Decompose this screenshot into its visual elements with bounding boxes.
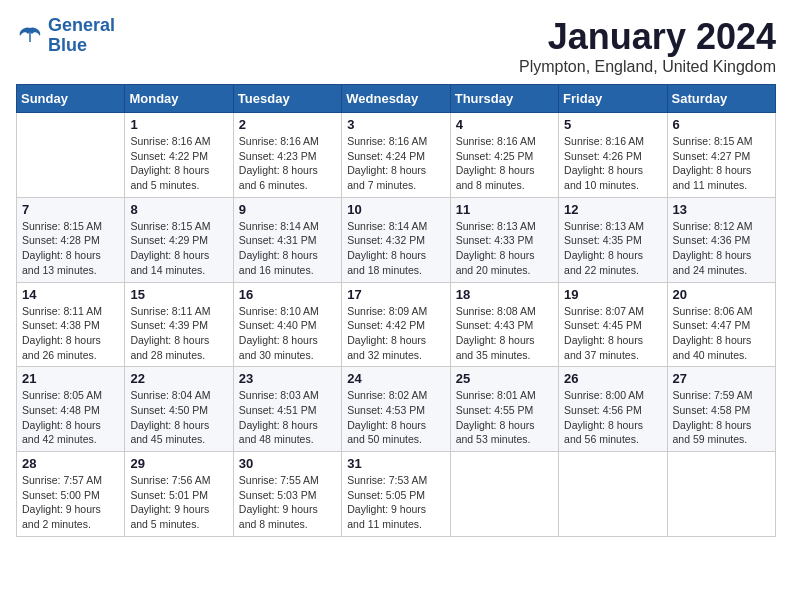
calendar-day-cell: 26Sunrise: 8:00 AMSunset: 4:56 PMDayligh… [559, 367, 667, 452]
day-number: 2 [239, 117, 336, 132]
calendar-day-cell: 17Sunrise: 8:09 AMSunset: 4:42 PMDayligh… [342, 282, 450, 367]
day-detail: Sunrise: 8:04 AMSunset: 4:50 PMDaylight:… [130, 388, 227, 447]
logo: General Blue [16, 16, 115, 56]
calendar-day-cell: 6Sunrise: 8:15 AMSunset: 4:27 PMDaylight… [667, 113, 775, 198]
calendar-day-cell: 19Sunrise: 8:07 AMSunset: 4:45 PMDayligh… [559, 282, 667, 367]
logo-icon [16, 24, 44, 48]
day-detail: Sunrise: 7:57 AMSunset: 5:00 PMDaylight:… [22, 473, 119, 532]
calendar-week-row: 1Sunrise: 8:16 AMSunset: 4:22 PMDaylight… [17, 113, 776, 198]
weekday-header-cell: Wednesday [342, 85, 450, 113]
calendar-day-cell: 20Sunrise: 8:06 AMSunset: 4:47 PMDayligh… [667, 282, 775, 367]
calendar-day-cell: 5Sunrise: 8:16 AMSunset: 4:26 PMDaylight… [559, 113, 667, 198]
calendar-day-cell: 18Sunrise: 8:08 AMSunset: 4:43 PMDayligh… [450, 282, 558, 367]
day-number: 27 [673, 371, 770, 386]
calendar-day-cell [450, 452, 558, 537]
weekday-header-cell: Saturday [667, 85, 775, 113]
calendar-day-cell: 27Sunrise: 7:59 AMSunset: 4:58 PMDayligh… [667, 367, 775, 452]
calendar-day-cell: 12Sunrise: 8:13 AMSunset: 4:35 PMDayligh… [559, 197, 667, 282]
day-detail: Sunrise: 8:00 AMSunset: 4:56 PMDaylight:… [564, 388, 661, 447]
day-detail: Sunrise: 8:13 AMSunset: 4:33 PMDaylight:… [456, 219, 553, 278]
calendar-day-cell: 3Sunrise: 8:16 AMSunset: 4:24 PMDaylight… [342, 113, 450, 198]
day-number: 16 [239, 287, 336, 302]
day-number: 4 [456, 117, 553, 132]
calendar-day-cell: 14Sunrise: 8:11 AMSunset: 4:38 PMDayligh… [17, 282, 125, 367]
day-detail: Sunrise: 8:15 AMSunset: 4:29 PMDaylight:… [130, 219, 227, 278]
calendar-day-cell: 4Sunrise: 8:16 AMSunset: 4:25 PMDaylight… [450, 113, 558, 198]
day-detail: Sunrise: 8:13 AMSunset: 4:35 PMDaylight:… [564, 219, 661, 278]
location-title: Plympton, England, United Kingdom [519, 58, 776, 76]
calendar-day-cell: 31Sunrise: 7:53 AMSunset: 5:05 PMDayligh… [342, 452, 450, 537]
calendar-day-cell: 11Sunrise: 8:13 AMSunset: 4:33 PMDayligh… [450, 197, 558, 282]
weekday-header-row: SundayMondayTuesdayWednesdayThursdayFrid… [17, 85, 776, 113]
weekday-header-cell: Thursday [450, 85, 558, 113]
calendar-day-cell: 7Sunrise: 8:15 AMSunset: 4:28 PMDaylight… [17, 197, 125, 282]
day-detail: Sunrise: 8:07 AMSunset: 4:45 PMDaylight:… [564, 304, 661, 363]
day-number: 5 [564, 117, 661, 132]
day-detail: Sunrise: 8:10 AMSunset: 4:40 PMDaylight:… [239, 304, 336, 363]
day-detail: Sunrise: 8:15 AMSunset: 4:27 PMDaylight:… [673, 134, 770, 193]
day-detail: Sunrise: 8:03 AMSunset: 4:51 PMDaylight:… [239, 388, 336, 447]
month-title: January 2024 [519, 16, 776, 58]
day-detail: Sunrise: 8:14 AMSunset: 4:31 PMDaylight:… [239, 219, 336, 278]
calendar-day-cell: 30Sunrise: 7:55 AMSunset: 5:03 PMDayligh… [233, 452, 341, 537]
page-header: General Blue January 2024 Plympton, Engl… [16, 16, 776, 76]
day-number: 8 [130, 202, 227, 217]
calendar-day-cell: 1Sunrise: 8:16 AMSunset: 4:22 PMDaylight… [125, 113, 233, 198]
day-number: 29 [130, 456, 227, 471]
day-detail: Sunrise: 8:16 AMSunset: 4:24 PMDaylight:… [347, 134, 444, 193]
day-number: 22 [130, 371, 227, 386]
day-number: 18 [456, 287, 553, 302]
calendar-table: SundayMondayTuesdayWednesdayThursdayFrid… [16, 84, 776, 537]
day-number: 6 [673, 117, 770, 132]
day-detail: Sunrise: 8:16 AMSunset: 4:25 PMDaylight:… [456, 134, 553, 193]
calendar-day-cell: 24Sunrise: 8:02 AMSunset: 4:53 PMDayligh… [342, 367, 450, 452]
day-number: 12 [564, 202, 661, 217]
day-detail: Sunrise: 8:11 AMSunset: 4:38 PMDaylight:… [22, 304, 119, 363]
day-number: 15 [130, 287, 227, 302]
day-detail: Sunrise: 8:16 AMSunset: 4:26 PMDaylight:… [564, 134, 661, 193]
day-detail: Sunrise: 8:06 AMSunset: 4:47 PMDaylight:… [673, 304, 770, 363]
day-number: 10 [347, 202, 444, 217]
day-detail: Sunrise: 8:09 AMSunset: 4:42 PMDaylight:… [347, 304, 444, 363]
day-detail: Sunrise: 8:08 AMSunset: 4:43 PMDaylight:… [456, 304, 553, 363]
day-detail: Sunrise: 8:16 AMSunset: 4:22 PMDaylight:… [130, 134, 227, 193]
day-number: 13 [673, 202, 770, 217]
day-number: 26 [564, 371, 661, 386]
calendar-day-cell: 16Sunrise: 8:10 AMSunset: 4:40 PMDayligh… [233, 282, 341, 367]
calendar-day-cell: 23Sunrise: 8:03 AMSunset: 4:51 PMDayligh… [233, 367, 341, 452]
day-number: 11 [456, 202, 553, 217]
day-detail: Sunrise: 8:14 AMSunset: 4:32 PMDaylight:… [347, 219, 444, 278]
day-number: 24 [347, 371, 444, 386]
day-detail: Sunrise: 7:55 AMSunset: 5:03 PMDaylight:… [239, 473, 336, 532]
calendar-day-cell: 13Sunrise: 8:12 AMSunset: 4:36 PMDayligh… [667, 197, 775, 282]
calendar-day-cell: 10Sunrise: 8:14 AMSunset: 4:32 PMDayligh… [342, 197, 450, 282]
weekday-header-cell: Tuesday [233, 85, 341, 113]
day-detail: Sunrise: 8:11 AMSunset: 4:39 PMDaylight:… [130, 304, 227, 363]
calendar-week-row: 28Sunrise: 7:57 AMSunset: 5:00 PMDayligh… [17, 452, 776, 537]
weekday-header-cell: Sunday [17, 85, 125, 113]
day-detail: Sunrise: 7:59 AMSunset: 4:58 PMDaylight:… [673, 388, 770, 447]
day-number: 3 [347, 117, 444, 132]
calendar-day-cell [559, 452, 667, 537]
calendar-week-row: 14Sunrise: 8:11 AMSunset: 4:38 PMDayligh… [17, 282, 776, 367]
day-number: 28 [22, 456, 119, 471]
day-number: 31 [347, 456, 444, 471]
day-detail: Sunrise: 7:56 AMSunset: 5:01 PMDaylight:… [130, 473, 227, 532]
calendar-body: 1Sunrise: 8:16 AMSunset: 4:22 PMDaylight… [17, 113, 776, 537]
calendar-day-cell: 9Sunrise: 8:14 AMSunset: 4:31 PMDaylight… [233, 197, 341, 282]
day-detail: Sunrise: 8:16 AMSunset: 4:23 PMDaylight:… [239, 134, 336, 193]
calendar-day-cell: 2Sunrise: 8:16 AMSunset: 4:23 PMDaylight… [233, 113, 341, 198]
calendar-day-cell [667, 452, 775, 537]
calendar-day-cell: 25Sunrise: 8:01 AMSunset: 4:55 PMDayligh… [450, 367, 558, 452]
day-detail: Sunrise: 8:01 AMSunset: 4:55 PMDaylight:… [456, 388, 553, 447]
calendar-week-row: 21Sunrise: 8:05 AMSunset: 4:48 PMDayligh… [17, 367, 776, 452]
calendar-day-cell: 15Sunrise: 8:11 AMSunset: 4:39 PMDayligh… [125, 282, 233, 367]
weekday-header-cell: Friday [559, 85, 667, 113]
calendar-week-row: 7Sunrise: 8:15 AMSunset: 4:28 PMDaylight… [17, 197, 776, 282]
day-number: 25 [456, 371, 553, 386]
day-detail: Sunrise: 8:15 AMSunset: 4:28 PMDaylight:… [22, 219, 119, 278]
calendar-day-cell: 29Sunrise: 7:56 AMSunset: 5:01 PMDayligh… [125, 452, 233, 537]
day-number: 1 [130, 117, 227, 132]
day-detail: Sunrise: 7:53 AMSunset: 5:05 PMDaylight:… [347, 473, 444, 532]
calendar-day-cell: 28Sunrise: 7:57 AMSunset: 5:00 PMDayligh… [17, 452, 125, 537]
